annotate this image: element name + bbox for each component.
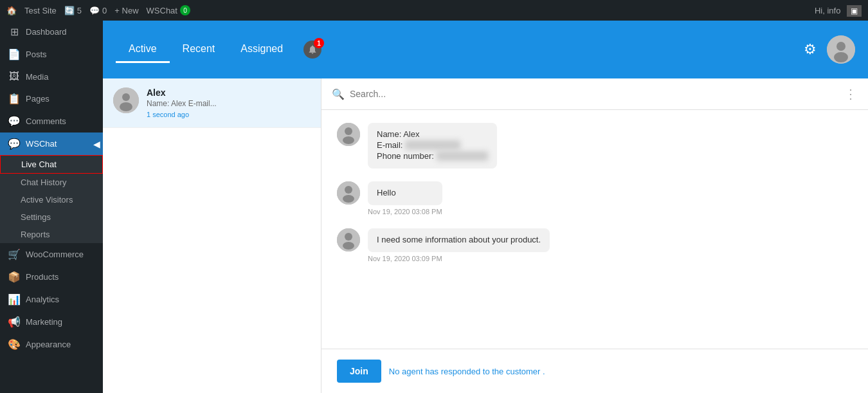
no-agent-prefix: No agent has — [389, 367, 439, 376]
chat-item-time: 1 second ago — [147, 111, 311, 118]
sidebar-item-marketing[interactable]: 📢 Marketing — [0, 311, 103, 333]
sidebar-item-analytics[interactable]: 📊 Analytics — [0, 288, 103, 311]
appearance-icon: 🎨 — [8, 338, 21, 351]
sidebar-label-posts: Posts — [26, 50, 47, 59]
person-avatar-svg — [113, 87, 139, 113]
sidebar-item-products[interactable]: 📦 Products — [0, 266, 103, 288]
sidebar-label-pages: Pages — [26, 94, 50, 104]
msg-time-2: Nov 19, 2020 03:08 PM — [368, 208, 442, 215]
msg-bubble-1: Name: Alex E-mail: email@ex.com Phone nu… — [368, 123, 497, 169]
active-visitors-label: Active Visitors — [21, 195, 73, 205]
no-agent-suffix: . — [543, 367, 545, 376]
sidebar-item-appearance[interactable]: 🎨 Appearance — [0, 333, 103, 356]
analytics-icon: 📊 — [8, 293, 21, 306]
admin-bar-greeting: Hi, info ▣ — [815, 6, 862, 15]
updates-icon: 🔄 — [64, 6, 75, 15]
sidebar: ⊞ Dashboard 📄 Posts 🖼 Media 📋 Pages 💬 Co… — [0, 21, 103, 393]
message-row-2: Hello Nov 19, 2020 03:08 PM — [337, 181, 853, 215]
tab-active[interactable]: Active — [116, 37, 170, 63]
chat-item-preview: Name: Alex E-mail... — [147, 99, 311, 108]
updates-count: 5 — [77, 6, 82, 15]
msg-content-2: Hello Nov 19, 2020 03:08 PM — [368, 181, 442, 215]
sidebar-item-chat-history[interactable]: Chat History — [0, 174, 103, 191]
sidebar-label-products: Products — [26, 272, 59, 282]
msg-content-3: I need some information about your produ… — [368, 228, 550, 262]
sidebar-item-dashboard[interactable]: ⊞ Dashboard — [0, 21, 103, 43]
tab-assigned-label: Assigned — [240, 43, 283, 54]
chat-item-avatar — [113, 87, 139, 113]
chat-tabs: Active Recent Assigned — [116, 37, 296, 63]
sidebar-label-dashboard: Dashboard — [26, 27, 67, 37]
header-right: ⚙ — [804, 35, 855, 64]
admin-bar-wschat[interactable]: WSChat 0 — [147, 5, 190, 15]
wschat-label: WSChat — [147, 6, 177, 15]
sidebar-item-active-visitors[interactable]: Active Visitors — [0, 191, 103, 208]
svg-point-1 — [836, 42, 845, 51]
chat-list-item[interactable]: Alex Name: Alex E-mail... 1 second ago — [103, 78, 321, 128]
svg-point-14 — [343, 242, 354, 250]
phone-blurred: +1234567 — [437, 151, 488, 161]
sidebar-item-pages[interactable]: 📋 Pages — [0, 87, 103, 110]
sidebar-item-comments[interactable]: 💬 Comments — [0, 110, 103, 133]
woocommerce-icon: 🛒 — [8, 248, 21, 260]
site-name: Test Site — [24, 6, 57, 15]
admin-bar-comments[interactable]: 💬 0 — [89, 6, 107, 15]
wschat-icon: 💬 — [8, 138, 21, 150]
tab-assigned[interactable]: Assigned — [228, 37, 296, 63]
msg-time-3: Nov 19, 2020 03:09 PM — [368, 255, 550, 262]
live-chat-label: Live Chat — [21, 160, 57, 169]
products-icon: 📦 — [8, 271, 21, 283]
no-agent-text: No agent has responded to the customer . — [389, 367, 545, 376]
join-button[interactable]: Join — [337, 360, 381, 383]
tab-recent-label: Recent — [183, 43, 215, 54]
svg-point-7 — [345, 127, 352, 135]
sidebar-label-analytics: Analytics — [26, 295, 59, 304]
msg-avatar-1 — [337, 123, 360, 146]
chat-footer: Join No agent has responded to the custo… — [321, 349, 868, 393]
comments-count: 0 — [102, 6, 107, 15]
notification-bell[interactable]: 1 — [303, 41, 321, 59]
home-icon: 🏠 — [6, 6, 17, 15]
chat-history-label: Chat History — [21, 178, 67, 187]
sidebar-item-reports[interactable]: Reports — [0, 226, 103, 243]
tab-active-label: Active — [129, 43, 157, 54]
search-icon: 🔍 — [332, 88, 345, 100]
media-icon: 🖼 — [8, 71, 21, 82]
msg-bubble-2: Hello — [368, 181, 442, 205]
tab-recent[interactable]: Recent — [170, 37, 228, 63]
sidebar-item-wschat[interactable]: 💬 WSChat ◀ — [0, 133, 103, 155]
admin-bar-updates[interactable]: 🔄 5 — [64, 6, 82, 15]
svg-point-4 — [122, 93, 130, 101]
posts-icon: 📄 — [8, 48, 21, 60]
sidebar-item-live-chat[interactable]: Live Chat — [0, 155, 103, 174]
message-row-3: I need some information about your produ… — [337, 228, 853, 262]
svg-point-2 — [834, 52, 848, 62]
message-search-bar: 🔍 ⋮ — [321, 78, 868, 110]
sidebar-item-woocommerce[interactable]: 🛒 WooCommerce — [0, 243, 103, 266]
no-agent-link: responded to the customer — [441, 367, 541, 376]
msg-avatar-2 — [337, 181, 360, 205]
svg-point-5 — [120, 102, 132, 111]
message-area: 🔍 ⋮ — [321, 78, 868, 393]
sidebar-item-settings[interactable]: Settings — [0, 208, 103, 226]
new-label: + New — [114, 6, 138, 15]
search-input[interactable] — [350, 89, 839, 99]
admin-bar-new[interactable]: + New — [114, 6, 138, 15]
sidebar-item-posts[interactable]: 📄 Posts — [0, 43, 103, 66]
msg-bubble-3: I need some information about your produ… — [368, 228, 550, 252]
admin-bar-home[interactable]: 🏠 — [6, 6, 17, 15]
wschat-arrow: ◀ — [93, 139, 100, 149]
notification-count: 1 — [314, 38, 324, 48]
settings-gear-icon[interactable]: ⚙ — [804, 41, 817, 58]
user-avatar[interactable] — [827, 35, 855, 64]
admin-bar: 🏠 Test Site 🔄 5 💬 0 + New WSChat 0 Hi, i… — [0, 0, 868, 21]
admin-bar-site[interactable]: Test Site — [24, 6, 57, 15]
svg-point-10 — [345, 186, 352, 194]
more-options-icon[interactable]: ⋮ — [844, 86, 858, 102]
chat-list: Alex Name: Alex E-mail... 1 second ago — [103, 78, 321, 393]
msg-name-line: Name: Alex — [377, 129, 488, 139]
sidebar-label-media: Media — [26, 72, 48, 82]
sidebar-item-media[interactable]: 🖼 Media — [0, 66, 103, 87]
sidebar-label-wschat: WSChat — [26, 139, 57, 149]
sidebar-label-woocommerce: WooCommerce — [26, 250, 84, 259]
